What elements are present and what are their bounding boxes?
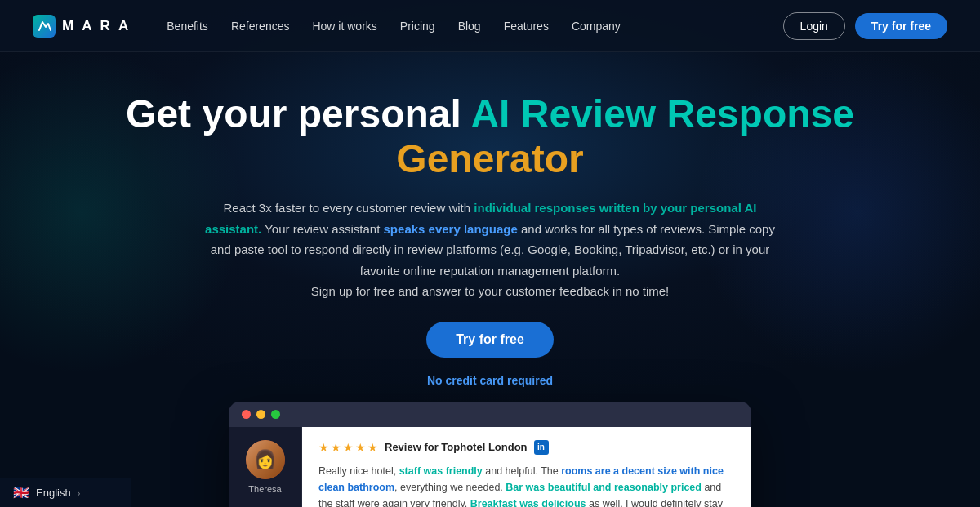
window-dot-yellow [256, 410, 265, 419]
star-2: ★ [331, 441, 341, 454]
window-dot-green [271, 410, 280, 419]
review-text: Really nice hotel, staff was friendly an… [318, 463, 735, 507]
flag-icon: 🇬🇧 [13, 485, 29, 500]
navbar-right: Login Try for free [783, 12, 947, 40]
star-1: ★ [318, 441, 329, 454]
hero-title-pre: Get your personal [126, 92, 470, 136]
try-for-free-button-hero[interactable]: Try for free [426, 322, 554, 358]
chevron-right-icon: › [78, 488, 81, 498]
hero-description: React 3x faster to every customer review… [204, 198, 776, 302]
content-panel: ★ ★ ★ ★ ★ Review for Tophotel London in … [302, 427, 751, 507]
demo-container: 👩 Theresa ★ ★ ★ ★ ★ Review for Tophotel … [0, 402, 980, 507]
star-5: ★ [368, 441, 378, 454]
logo-icon [33, 15, 56, 38]
try-for-free-button-nav[interactable]: Try for free [855, 13, 947, 39]
hero-title-generator: Generator [396, 137, 583, 180]
no-credit-text: No credit card required [33, 374, 947, 387]
nav-references[interactable]: References [221, 13, 300, 39]
login-button[interactable]: Login [783, 12, 845, 40]
avatar-img: 👩 [246, 440, 285, 479]
language-bar[interactable]: 🇬🇧 English › [0, 478, 131, 507]
hero-highlight-2: speaks every language [384, 222, 518, 236]
star-rating: ★ ★ ★ ★ ★ [318, 441, 378, 454]
nav-links: Benefits References How it works Pricing… [157, 13, 630, 39]
navbar: M A R A Benefits References How it works… [0, 0, 980, 52]
demo-window: 👩 Theresa ★ ★ ★ ★ ★ Review for Tophotel … [229, 402, 751, 507]
language-text: English [36, 487, 71, 499]
hero-title: Get your personal AI Review Response Gen… [33, 91, 947, 181]
hero-section: Get your personal AI Review Response Gen… [0, 52, 980, 387]
review-header: ★ ★ ★ ★ ★ Review for Tophotel London in [318, 440, 735, 455]
review-hl-breakfast: Breakfast was delicious [470, 498, 586, 507]
sidebar-panel: 👩 Theresa [229, 427, 302, 507]
nav-how-it-works[interactable]: How it works [302, 13, 386, 39]
navbar-left: M A R A Benefits References How it works… [33, 13, 630, 39]
logo-text: M A R A [62, 18, 131, 34]
review-hl-bar: Bar was beautiful and reasonably priced [506, 482, 702, 493]
star-3: ★ [343, 441, 354, 454]
reviewer-name: Theresa [248, 484, 281, 494]
nav-blog[interactable]: Blog [448, 13, 491, 39]
window-titlebar [229, 402, 751, 427]
nav-benefits[interactable]: Benefits [157, 13, 218, 39]
nav-features[interactable]: Features [494, 13, 559, 39]
window-dot-red [242, 410, 251, 419]
reviewer-avatar: 👩 [246, 440, 285, 479]
nav-pricing[interactable]: Pricing [390, 13, 445, 39]
review-hl-staff: staff was friendly [399, 465, 483, 477]
hero-title-ai: AI Review Response [470, 92, 854, 136]
nav-company[interactable]: Company [562, 13, 630, 39]
linkedin-icon: in [534, 440, 549, 455]
window-body: 👩 Theresa ★ ★ ★ ★ ★ Review for Tophotel … [229, 427, 751, 507]
logo[interactable]: M A R A [33, 15, 131, 38]
star-4: ★ [355, 441, 366, 454]
hotel-name: Tophotel London [441, 441, 527, 453]
review-for-label: Review for Tophotel London [385, 441, 528, 453]
